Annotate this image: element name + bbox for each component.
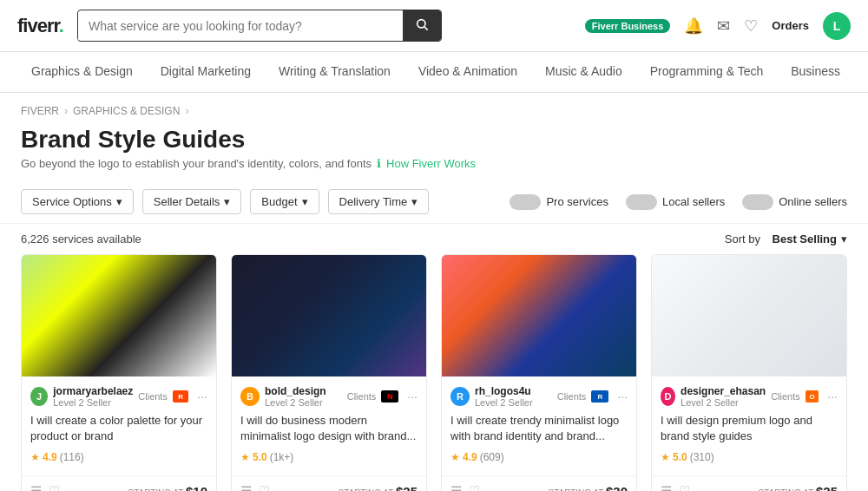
card-body-3: D designer_ehasan Level 2 Seller Clients…	[652, 376, 846, 472]
more-button-0[interactable]: ···	[197, 390, 207, 403]
list-icon-3[interactable]: ☰	[661, 483, 672, 491]
seller-level-1: Level 2 Seller	[265, 397, 342, 408]
avatar[interactable]: L	[823, 12, 851, 40]
card-actions-2: ☰ ♡	[450, 483, 480, 491]
heart-icon-1[interactable]: ♡	[259, 483, 270, 491]
logo[interactable]: fiverr.	[17, 15, 63, 37]
card-seller-2: R rh_logos4u Level 2 Seller Clients R ··…	[450, 385, 628, 408]
seller-info-1: bold_design Level 2 Seller	[265, 385, 342, 408]
rating-number-1: 5.0	[253, 451, 267, 463]
seller-level-0: Level 2 Seller	[53, 397, 133, 408]
rating-count-1: (1k+)	[270, 451, 294, 463]
search-input[interactable]	[78, 12, 403, 40]
starting-label-0: STARTING AT	[128, 488, 186, 492]
star-icon-3: ★	[661, 451, 670, 463]
seller-info-3: designer_ehasan Level 2 Seller	[681, 385, 766, 408]
logo-text: fiverr	[17, 15, 59, 36]
seller-details-label: Seller Details	[154, 195, 220, 208]
bell-icon[interactable]: 🔔	[684, 16, 703, 36]
card-seller-0: J jormaryarbelaez Level 2 Seller Clients…	[30, 385, 207, 408]
seller-avatar-2: R	[450, 387, 470, 406]
card-actions-3: ☰ ♡	[661, 483, 690, 491]
how-it-works-link[interactable]: How Fiverr Works	[386, 157, 476, 170]
starting-label-3: STARTING AT	[758, 488, 816, 492]
card-body-0: J jormaryarbelaez Level 2 Seller Clients…	[22, 376, 216, 472]
header-right: Fiverr Business 🔔 ✉ ♡ Orders L	[585, 12, 851, 40]
nav-item-lifestyle[interactable]: Lifestyle	[854, 52, 868, 92]
seller-name-3[interactable]: designer_ehasan	[681, 385, 766, 397]
nav-item-digital[interactable]: Digital Marketing	[147, 52, 265, 92]
rating-count-3: (310)	[690, 451, 714, 463]
pro-services-toggle[interactable]	[510, 194, 541, 210]
card-rating-3: ★ 5.0 (310)	[661, 451, 838, 463]
online-sellers-label: Online sellers	[779, 195, 847, 208]
price-0: $10	[186, 484, 207, 492]
price-2: $30	[606, 484, 628, 492]
fiverr-business-label[interactable]: Fiverr Business	[585, 19, 671, 33]
toggle-section: Pro services Local sellers Online seller…	[510, 194, 847, 210]
sort-button[interactable]: Sort by Best Selling ▾	[725, 232, 847, 245]
card-rating-2: ★ 4.9 (609)	[450, 451, 628, 463]
card-description-3: I will design premium logo and brand sty…	[661, 413, 838, 446]
breadcrumb-sep1: ›	[64, 105, 68, 117]
seller-name-2[interactable]: rh_logos4u	[475, 385, 552, 397]
orders-link[interactable]: Orders	[772, 19, 809, 32]
seller-name-1[interactable]: bold_design	[265, 385, 342, 397]
card-3[interactable]: D designer_ehasan Level 2 Seller Clients…	[651, 254, 847, 491]
chevron-down-icon3: ▾	[302, 195, 308, 208]
card-0[interactable]: J jormaryarbelaez Level 2 Seller Clients…	[21, 254, 217, 491]
starting-label-2: STARTING AT	[548, 488, 606, 492]
card-1[interactable]: B bold_design Level 2 Seller Clients N ·…	[231, 254, 427, 491]
heart-icon-3[interactable]: ♡	[679, 483, 690, 491]
clients-label-3: Clients	[771, 391, 800, 402]
online-sellers-toggle[interactable]	[742, 194, 773, 210]
seller-details-filter[interactable]: Seller Details ▾	[142, 189, 242, 214]
seller-info-2: rh_logos4u Level 2 Seller	[475, 385, 552, 408]
rating-number-3: 5.0	[673, 451, 687, 463]
more-button-3[interactable]: ···	[827, 390, 838, 403]
more-button-2[interactable]: ···	[617, 390, 628, 403]
card-seller-3: D designer_ehasan Level 2 Seller Clients…	[661, 385, 838, 408]
card-2[interactable]: R rh_logos4u Level 2 Seller Clients R ··…	[441, 254, 637, 491]
card-actions-1: ☰ ♡	[240, 483, 270, 491]
service-options-label: Service Options	[32, 195, 112, 208]
delivery-time-label: Delivery Time	[339, 195, 408, 208]
chevron-down-icon: ▾	[116, 195, 122, 208]
local-sellers-toggle[interactable]	[626, 194, 657, 210]
card-image-1	[232, 255, 426, 376]
heart-icon-0[interactable]: ♡	[49, 483, 60, 491]
service-options-filter[interactable]: Service Options ▾	[21, 189, 134, 214]
card-description-0: I will create a color palette for your p…	[30, 413, 207, 446]
nav-item-video[interactable]: Video & Animation	[404, 52, 531, 92]
heart-icon-2[interactable]: ♡	[469, 483, 480, 491]
local-sellers-label: Local sellers	[662, 195, 725, 208]
list-icon-1[interactable]: ☰	[240, 483, 252, 491]
starting-at-0: STARTING AT $10	[128, 484, 207, 492]
budget-filter[interactable]: Budget ▾	[250, 189, 319, 214]
breadcrumb-fiverr[interactable]: FIVERR	[21, 105, 59, 117]
how-it-works-icon: ℹ	[377, 157, 381, 170]
cards-grid: J jormaryarbelaez Level 2 Seller Clients…	[0, 254, 868, 491]
more-button-1[interactable]: ···	[407, 390, 418, 403]
nav-item-business[interactable]: Business	[777, 52, 854, 92]
seller-avatar-3: D	[661, 387, 675, 406]
seller-name-0[interactable]: jormaryarbelaez	[53, 385, 133, 397]
list-icon-0[interactable]: ☰	[30, 483, 42, 491]
nav-item-writing[interactable]: Writing & Translation	[265, 52, 404, 92]
list-icon-2[interactable]: ☰	[450, 483, 462, 491]
card-image-2	[442, 255, 636, 376]
breadcrumb-category[interactable]: GRAPHICS & DESIGN	[73, 105, 180, 117]
heart-icon[interactable]: ♡	[744, 16, 758, 36]
card-body-1: B bold_design Level 2 Seller Clients N ·…	[232, 376, 426, 472]
star-icon-0: ★	[30, 451, 40, 463]
starting-at-3: STARTING AT $25	[758, 484, 838, 492]
seller-level-2: Level 2 Seller	[475, 397, 552, 408]
mail-icon[interactable]: ✉	[717, 16, 730, 36]
search-button[interactable]	[403, 10, 441, 41]
nav-item-graphics[interactable]: Graphics & Design	[17, 52, 147, 92]
nav-item-music[interactable]: Music & Audio	[531, 52, 636, 92]
seller-info-0: jormaryarbelaez Level 2 Seller	[53, 385, 133, 408]
page-title-section: Brand Style Guides Go beyond the logo to…	[0, 122, 868, 180]
nav-item-programming[interactable]: Programming & Tech	[636, 52, 777, 92]
delivery-time-filter[interactable]: Delivery Time ▾	[328, 189, 430, 214]
